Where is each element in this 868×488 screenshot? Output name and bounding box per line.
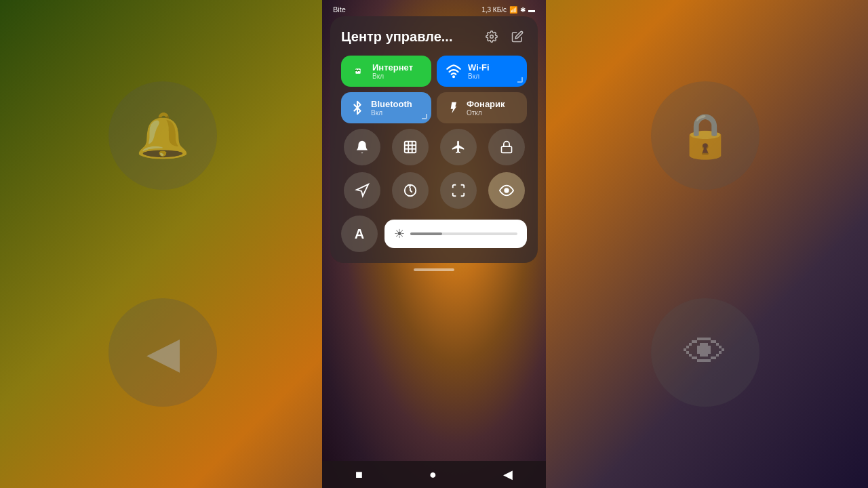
internet-icon: [351, 64, 366, 79]
bg-left-icons: 🔔 ◀: [0, 0, 326, 488]
bg-bell-icon: 🔔: [108, 81, 217, 190]
wifi-icon: [446, 64, 461, 79]
screenshot-btn[interactable]: [392, 129, 429, 165]
quick-buttons-row1: [341, 129, 527, 165]
internet-text: Интернет Вкл: [372, 62, 413, 80]
flashlight-icon: [446, 100, 460, 115]
bluetooth-text: Bluetooth Вкл: [371, 99, 412, 117]
quick-buttons-row2: [341, 172, 527, 209]
expand-btn[interactable]: [440, 172, 477, 209]
flashlight-text: Фонарик Откл: [467, 99, 505, 117]
status-right: 1,3 КБ/с 📶 ✱ ▬: [481, 6, 535, 14]
bell-btn[interactable]: [344, 129, 380, 165]
svg-rect-8: [501, 146, 511, 152]
internet-name: Интернет: [372, 62, 413, 73]
svg-point-11: [505, 188, 509, 192]
internet-toggle[interactable]: Интернет Вкл: [341, 56, 431, 87]
brightness-fill: [410, 232, 442, 235]
internet-status: Вкл: [372, 73, 413, 80]
bluetooth-status: Вкл: [371, 109, 412, 117]
edit-icon-btn[interactable]: [508, 27, 527, 46]
svg-point-2: [453, 76, 454, 77]
bluetooth-status-icon: ✱: [520, 6, 526, 14]
nav-home-btn[interactable]: ●: [418, 462, 448, 487]
brightness-icon: ☀: [394, 226, 405, 241]
wifi-name: Wi-Fi: [468, 62, 490, 73]
brightness-slider[interactable]: ☀: [384, 220, 527, 248]
signal-icon: 📶: [509, 6, 517, 14]
bluetooth-name: Bluetooth: [371, 99, 412, 109]
flashlight-status: Откл: [467, 109, 505, 117]
bluetooth-corner: [422, 114, 427, 119]
brightness-track[interactable]: [410, 232, 517, 235]
home-indicator: [414, 268, 454, 271]
bottom-row: A ☀: [341, 216, 527, 252]
bg-location-icon: ◀: [108, 298, 217, 407]
rotate-btn[interactable]: [392, 172, 429, 209]
nav-back-btn[interactable]: ◀: [492, 462, 524, 487]
panel-title: Центр управле...: [341, 29, 452, 45]
bottom-nav: ■ ● ◀: [322, 461, 546, 488]
wifi-status: Вкл: [468, 73, 490, 80]
bluetooth-icon: [351, 100, 364, 115]
bluetooth-toggle[interactable]: Bluetooth Вкл: [341, 92, 431, 123]
wifi-toggle[interactable]: Wi-Fi Вкл: [437, 56, 527, 87]
phone-container: Bite 1,3 КБ/с 📶 ✱ ▬ Центр управле...: [322, 0, 546, 488]
svg-rect-3: [404, 142, 416, 153]
home-indicator-area: [322, 263, 546, 290]
speed-label: 1,3 КБ/с: [481, 6, 507, 14]
location-btn[interactable]: [344, 172, 380, 209]
airplane-btn[interactable]: [440, 129, 477, 165]
battery-icon: ▬: [528, 6, 535, 14]
wifi-text: Wi-Fi Вкл: [468, 62, 490, 80]
toggle-row-1: Интернет Вкл Wi-Fi Вкл: [341, 56, 527, 87]
eye-btn[interactable]: [488, 172, 525, 209]
svg-marker-9: [356, 184, 368, 196]
panel-header-icons: [482, 27, 527, 46]
bg-right-icons: 🔒 👁: [542, 0, 868, 488]
flashlight-toggle[interactable]: Фонарик Откл: [437, 92, 527, 123]
bg-lock-icon: 🔒: [651, 81, 760, 190]
font-btn[interactable]: A: [341, 216, 378, 252]
settings-icon-btn[interactable]: [482, 27, 501, 46]
toggle-row-2: Bluetooth Вкл Фонарик Откл: [341, 92, 527, 123]
nav-square-btn[interactable]: ■: [344, 462, 374, 487]
control-center-panel: Центр управле...: [330, 16, 538, 263]
svg-point-0: [490, 35, 494, 39]
panel-header: Центр управле...: [341, 27, 527, 46]
carrier-label: Bite: [333, 5, 346, 14]
status-bar: Bite 1,3 КБ/с 📶 ✱ ▬: [322, 0, 546, 16]
wifi-corner: [517, 77, 523, 83]
lock-btn[interactable]: [488, 129, 525, 165]
bg-eye-icon: 👁: [651, 298, 760, 407]
flashlight-name: Фонарик: [467, 99, 505, 109]
